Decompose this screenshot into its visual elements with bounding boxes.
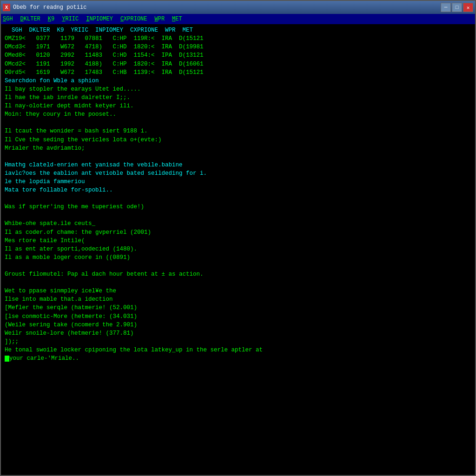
text-line: Mrialer the avdriamtio; xyxy=(5,144,471,152)
menu-item-cxprione[interactable]: CXPRIONE xyxy=(120,16,147,22)
table-row: OMed8< 0120 2992 11483 C:HD 1154:< IPA D… xyxy=(5,51,471,60)
app-icon: X xyxy=(3,4,10,11)
text-line: Il bay stopler the earays Utet ied..... xyxy=(5,85,471,93)
table-row: O0rd5< 1619 W672 17483 C:HB 1139:< IRA D… xyxy=(5,68,471,77)
text-line: Hmathg clateld-enrien ent yanisad the ve… xyxy=(5,161,471,169)
text-line: Il tcaut the wonider = bash siert 9188 i… xyxy=(5,127,471,135)
text-line: [Mefler the serqle (hatmerie! (52.001) xyxy=(5,304,471,312)
text-line: [lse conmotic-More (hetmerte: (34.031) xyxy=(5,312,471,321)
text-line xyxy=(5,262,471,270)
window-title: Obeb for readng potiic xyxy=(13,4,86,11)
text-line: Was if sprter'ing the me tuperiest ode!) xyxy=(5,203,471,211)
text-line: Il as coder.of chame: the gvperriel (200… xyxy=(5,228,471,237)
table-row: OMZ19< 0377 1179 07881 C:HP 119R:< IRA D… xyxy=(5,34,471,43)
text-line: Groust filomutel: Pap al dach hour beten… xyxy=(5,270,471,278)
text-line: Ilse into mable that.a idection xyxy=(5,295,471,304)
text-line: Il nay-olotier dept midnt ketyer ili. xyxy=(5,102,471,110)
menu-item-sgh[interactable]: SGH xyxy=(3,16,13,22)
text-line xyxy=(5,278,471,287)
text-line: Weilr snoile-lore (hetmerie! (377.81) xyxy=(5,329,471,337)
text-line xyxy=(5,211,471,219)
text-line xyxy=(5,152,471,161)
text-line: ]);; xyxy=(5,337,471,346)
text-line: Mata tore follable for-spobli.. xyxy=(5,186,471,194)
menu-item-inpiomey[interactable]: INPIOMEY xyxy=(86,16,113,22)
menu-item-met[interactable]: MET xyxy=(172,16,182,22)
text-line: He tonal swoile locker cpiponing the lot… xyxy=(5,346,471,354)
table-header: SGH DKLTER K9 YRIIC INPIOMEY CXPRIONE WP… xyxy=(5,26,471,34)
close-button[interactable]: ✕ xyxy=(463,3,473,12)
maximize-button[interactable]: □ xyxy=(452,3,462,12)
text-line: le the lopdia fammeriou xyxy=(5,178,471,186)
title-bar: X Obeb for readng potiic ─ □ ✕ xyxy=(1,1,475,14)
menu-item-wpr[interactable]: WPR xyxy=(155,16,165,22)
menu-item-dklter[interactable]: DKLTER xyxy=(20,16,40,22)
text-line: Il hae the iab inrdle dalretter I;;. xyxy=(5,93,471,102)
menu-item-k9[interactable]: K9 xyxy=(48,16,54,22)
window-controls: ─ □ ✕ xyxy=(441,3,473,12)
text-line: Wet to ppase sinmpley icel¥e the xyxy=(5,287,471,295)
text-line: Il Cve the seding the vericles lota o+(e… xyxy=(5,136,471,144)
text-line: Searchdon fon Wble a sphion xyxy=(5,77,471,85)
text-line: Il as ent ater sporti,oodecied (1480). xyxy=(5,245,471,253)
text-line: Il as a moble loger coore in ((0891) xyxy=(5,253,471,262)
table-row: OMcd3< 1971 W672 4718) C:HD 1820:< IRA D… xyxy=(5,43,471,51)
text-line xyxy=(5,194,471,203)
menu-item-yriic[interactable]: YRIIC xyxy=(62,16,79,22)
window-frame: X Obeb for readng potiic ─ □ ✕ SGHDKLTER… xyxy=(0,0,476,476)
table-row: OMcd2< 1191 1992 4188) C:HP 1820:< IRA D… xyxy=(5,60,471,68)
text-line: iavlc?oes the eablion ant veτioble bated… xyxy=(5,169,471,178)
text-line: (Weile sering take (ncomerd the 2.901) xyxy=(5,321,471,329)
title-bar-left: X Obeb for readng potiic xyxy=(3,4,86,11)
text-line: Whibe-ohe spate.ile ceuts_ xyxy=(5,219,471,228)
text-line: Moin: they coury in the pooset.. xyxy=(5,110,471,119)
menu-bar: SGHDKLTERK9YRIICINPIOMEYCXPRIONEWPRMET xyxy=(1,14,475,24)
text-line xyxy=(5,119,471,127)
terminal-body[interactable]: SGH DKLTER K9 YRIIC INPIOMEY CXPRIONE WP… xyxy=(1,24,475,475)
minimize-button[interactable]: ─ xyxy=(441,3,451,12)
text-line: Mes rtore taile Intile( xyxy=(5,237,471,245)
text-line: your carle-'Mriale.. xyxy=(5,354,471,363)
